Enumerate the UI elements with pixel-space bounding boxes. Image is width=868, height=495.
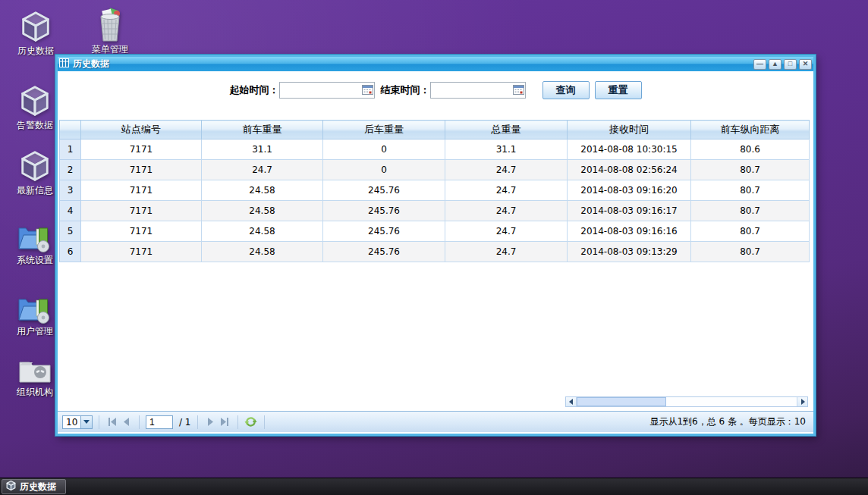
table-header-row: 站点编号前车重量后车重量总重量接收时间前车纵向距离 (60, 121, 810, 139)
trash-icon (83, 8, 137, 42)
table-cell: 24.58 (202, 242, 323, 262)
separator (99, 415, 99, 429)
table-cell: 0 (323, 139, 445, 160)
column-header[interactable]: 站点编号 (81, 121, 202, 139)
table-cell: 24.58 (202, 221, 323, 242)
desktop-icon-alarm-data[interactable]: 告警数据 (8, 83, 61, 132)
table-cell: 24.7 (445, 221, 568, 242)
maximize-button[interactable]: □ (784, 59, 797, 70)
page-size-value: 10 (63, 416, 80, 428)
query-button[interactable]: 查询 (542, 81, 590, 99)
history-data-window: 历史数据 — ▲ □ ✕ 起始时间： 结束时间： 查询 重置 (55, 55, 816, 436)
last-page-button[interactable] (218, 415, 231, 429)
table-cell: 80.7 (691, 160, 810, 180)
icon-label: 告警数据 (8, 119, 61, 132)
window-content: 起始时间： 结束时间： 查询 重置 站点编号前车重量后车重量总重量接收时间前车纵… (58, 71, 813, 434)
refresh-button[interactable] (244, 415, 258, 429)
table-cell: 80.7 (691, 242, 810, 262)
table-row[interactable]: 1717131.1031.12014-08-08 10:30:1580.6 (60, 139, 810, 160)
cube-icon (5, 480, 17, 493)
reset-button[interactable]: 重置 (595, 81, 642, 99)
table-cell: 2014-08-03 09:16:17 (568, 201, 691, 221)
table-cell: 24.58 (202, 180, 323, 201)
cube-icon (8, 149, 61, 183)
table-cell: 7171 (81, 242, 202, 262)
table-row[interactable]: 3717124.58245.7624.72014-08-03 09:16:208… (60, 180, 810, 201)
scroll-right-icon[interactable] (797, 397, 807, 406)
calendar-icon[interactable] (362, 84, 373, 97)
separator (264, 415, 265, 429)
column-header[interactable]: 总重量 (445, 121, 568, 139)
end-time-input[interactable] (430, 82, 526, 99)
desktop-icon-user-manage[interactable]: 用户管理 (8, 293, 61, 338)
first-page-button[interactable] (105, 415, 119, 429)
row-number-cell: 1 (60, 139, 81, 160)
table-row[interactable]: 6717124.58245.7624.72014-08-03 09:13:298… (60, 242, 810, 262)
table-cell: 7171 (81, 139, 202, 160)
page-number-input[interactable] (146, 415, 173, 429)
icon-label: 用户管理 (8, 325, 61, 338)
horizontal-scrollbar[interactable] (565, 396, 808, 407)
next-page-button[interactable] (204, 415, 218, 429)
table-cell: 24.7 (445, 160, 568, 180)
page-size-select[interactable]: 10 (62, 415, 93, 429)
separator (139, 415, 140, 429)
desktop-icon-history-data[interactable]: 历史数据 (9, 9, 62, 58)
row-number-header (60, 121, 81, 139)
taskbar-item-label: 历史数据 (20, 481, 56, 493)
icon-label: 历史数据 (9, 45, 62, 58)
prev-page-button[interactable] (119, 415, 133, 429)
scrollbar-thumb[interactable] (577, 397, 666, 406)
column-header[interactable]: 前车重量 (202, 121, 323, 139)
table-cell: 80.7 (691, 180, 810, 201)
folder-icon (8, 356, 61, 385)
table-cell: 7171 (81, 201, 202, 221)
table-cell: 245.76 (323, 242, 445, 262)
desktop-icon-latest-info[interactable]: 最新信息 (8, 149, 61, 197)
table-cell: 24.58 (202, 201, 323, 221)
table-cell: 245.76 (323, 180, 445, 201)
row-number-cell: 2 (60, 160, 81, 180)
history-data-table: 站点编号前车重量后车重量总重量接收时间前车纵向距离 1717131.1031.1… (59, 120, 810, 262)
scrollbar-track[interactable] (666, 397, 797, 406)
column-header[interactable]: 前车纵向距离 (691, 121, 810, 139)
table-cell: 2014-08-08 02:56:24 (568, 160, 691, 180)
table-cell: 0 (323, 160, 445, 180)
desktop-icon-system-settings[interactable]: 系统设置 (8, 221, 61, 267)
search-form: 起始时间： 结束时间： 查询 重置 (58, 81, 813, 99)
table-cell: 2014-08-03 09:13:29 (568, 242, 691, 262)
calendar-icon[interactable] (513, 84, 524, 97)
window-titlebar[interactable]: 历史数据 — ▲ □ ✕ (58, 57, 813, 71)
chevron-down-icon (80, 416, 92, 428)
desktop-icon-organization[interactable]: 组织机构 (8, 356, 61, 399)
table-cell: 80.6 (691, 139, 810, 160)
minimize-button[interactable]: — (753, 59, 766, 70)
pagination-status: 显示从1到6，总 6 条 。每页显示：10 (649, 415, 806, 428)
table-body: 1717131.1031.12014-08-08 10:30:1580.6271… (60, 139, 810, 262)
start-time-label: 起始时间： (230, 83, 279, 97)
window-title: 历史数据 (73, 58, 751, 70)
column-header[interactable]: 接收时间 (568, 121, 691, 139)
table-cell: 7171 (81, 180, 202, 201)
table-cell: 7171 (81, 221, 202, 242)
table-cell: 31.1 (202, 139, 323, 160)
row-number-cell: 5 (60, 221, 81, 242)
separator (237, 415, 238, 429)
column-header[interactable]: 后车重量 (323, 121, 445, 139)
software-folder-icon (8, 293, 61, 324)
start-time-input[interactable] (279, 82, 375, 99)
close-button[interactable]: ✕ (799, 59, 812, 70)
taskbar-item-history-data[interactable]: 历史数据 (2, 479, 66, 494)
table-cell: 80.7 (691, 201, 810, 221)
window-grid-icon (59, 58, 69, 70)
desktop-icon-menu-manage[interactable]: 菜单管理 (83, 8, 137, 56)
collapse-button[interactable]: ▲ (769, 59, 782, 70)
table-row[interactable]: 5717124.58245.7624.72014-08-03 09:16:168… (60, 221, 810, 242)
table-cell: 24.7 (445, 242, 568, 262)
table-cell: 2014-08-03 09:16:20 (568, 180, 691, 201)
table-row[interactable]: 4717124.58245.7624.72014-08-03 09:16:178… (60, 201, 810, 221)
table-row[interactable]: 2717124.7024.72014-08-08 02:56:2480.7 (60, 160, 810, 180)
scroll-left-icon[interactable] (566, 397, 577, 406)
end-time-label: 结束时间： (381, 83, 430, 97)
desktop: 历史数据 菜单管理 告警数据 最新信息 系统设置 用户管理 组织机构 历史数据 … (0, 0, 868, 495)
